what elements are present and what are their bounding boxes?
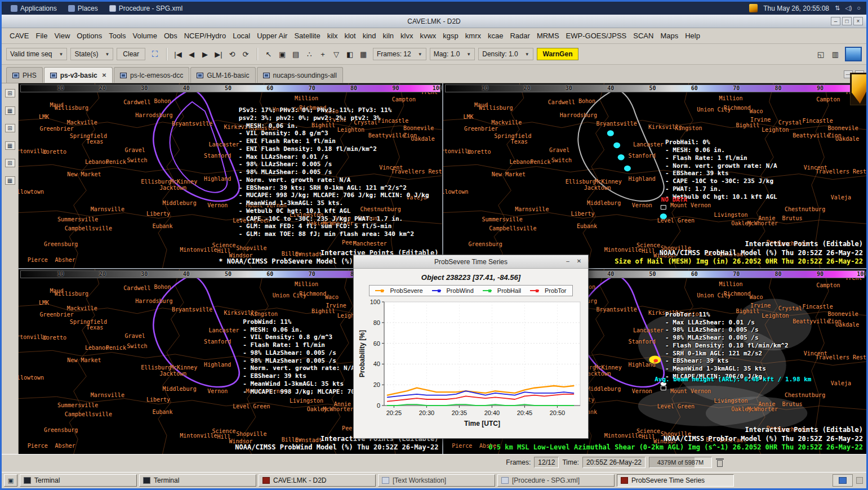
clip-tool-icon[interactable]: ⊞ [5,89,15,97]
menu-file[interactable]: File [32,29,51,42]
map-thumbnail[interactable] [845,47,862,61]
menu-help[interactable]: Help [682,29,704,42]
minimize-button[interactable]: – [831,17,840,25]
clear-button[interactable]: Clear [117,48,145,60]
menu-volume[interactable]: Volume [130,29,161,42]
clock[interactable]: Thu May 26, 20:55:08 [763,5,829,12]
window-titlebar[interactable]: CAVE:LMK - D2D – □ × [2,15,866,28]
two-panel-layout-icon[interactable]: ◧ [344,48,356,60]
cave-logo-icon[interactable] [749,4,758,12]
memory-gauge[interactable]: 4379M of 5987M [649,457,712,468]
perspective-icon[interactable]: ◱ [814,48,827,60]
desktop-menu-procedure-spg-xml[interactable]: Procedure - SPG.xml [104,5,188,12]
desktop-menu-applications[interactable]: Applications [5,5,63,12]
workspace-switcher[interactable] [833,474,853,487]
dialog-close-button[interactable]: ✕ [575,257,584,266]
close-tab-icon[interactable]: ✕ [102,72,106,78]
pointer-icon[interactable]: ↖ [262,48,275,60]
views-icon[interactable]: ▥ [829,48,842,60]
image-properties-icon[interactable]: ▣ [276,48,288,60]
menu-cave[interactable]: CAVE [6,29,32,42]
warngen-button[interactable]: WarnGen [537,48,579,60]
probsevere-time-series-dialog[interactable]: ProbSevere Time Series – ✕ Object 238223… [353,255,589,439]
states-dropdown[interactable]: State(s)▼ [70,48,113,60]
mag-dropdown[interactable]: Mag: 1.0▼ [430,48,475,60]
menu-klot[interactable]: klot [341,29,359,42]
density-dropdown[interactable]: Density: 1.0▼ [478,48,533,60]
map-label-switch: Switch [127,343,147,349]
maximize-button[interactable]: □ [842,17,852,25]
taskbar-button-procedure-spg-xml[interactable]: [Procedure - SPG.xml] [497,474,615,487]
menu-scan[interactable]: SCAN [630,29,657,42]
menu-view[interactable]: View [51,29,73,42]
tab-nucaps-soundings-all[interactable]: nucaps-soundings-all [257,67,343,83]
dialog-minimize-button[interactable]: – [563,257,572,266]
garbage-collect-icon[interactable] [715,457,724,467]
menu-kgsp[interactable]: kgsp [439,29,461,42]
menu-klvx[interactable]: klvx [397,29,416,42]
menu-local[interactable]: Local [229,29,253,42]
last-frame-icon[interactable]: ▶| [212,48,225,60]
panel-tool-icon[interactable]: ▦ [5,141,15,150]
clip-tool-icon[interactable]: ⊞ [5,124,15,132]
taskbar-button-terminal[interactable]: Terminal [139,474,256,487]
probability-colorbar: 102030405060708090100 [445,84,865,92]
menu-upper-air[interactable]: Upper Air [253,29,291,42]
map-label-marnsville: Marnsville [91,392,124,398]
menu-kind[interactable]: kind [359,29,380,42]
volume-icon[interactable]: ◁) [845,5,852,12]
loop-icon[interactable]: ⟲ [226,48,238,60]
menu-ncep-hydro[interactable]: NCEP/Hydro [181,29,229,42]
filter-icon[interactable]: ▽ [330,48,342,60]
network-icon[interactable]: ⇅ [835,5,840,12]
desktop-menu-places[interactable]: Places [63,5,104,12]
tab-ps-v3-basic[interactable]: ps-v3-basic✕ [44,67,113,83]
map-label-kingston: Kingston [251,310,278,317]
menu-kilx[interactable]: kilx [324,29,341,42]
taskbar-button-probsevere-time-series[interactable]: ProbSevere Time Series [617,474,734,487]
menu-maps[interactable]: Maps [657,29,682,42]
panel-tool-icon[interactable]: ▦ [5,106,15,115]
taskbar-button-text-workstation[interactable]: [Text Workstation] [378,474,495,487]
power-icon[interactable]: ○ [857,5,861,12]
step-forward-icon[interactable]: ▶ [199,48,211,60]
colorbar-tick: 10 [57,271,64,277]
menu-tools[interactable]: Tools [105,29,129,42]
menu-ewp-goes-jpss[interactable]: EWP-GOES/JPSS [563,29,630,42]
map-label-pierce: Pierce [28,443,48,449]
taskbar-button-cave-lmk-d2d[interactable]: CAVE:LMK - D2D [259,474,376,487]
step-back-icon[interactable]: ◀ [185,48,198,60]
menu-obs[interactable]: Obs [161,29,181,42]
panel-probhail[interactable]: LMKMaudWillisburgCardwellBohonKimbrellSl… [443,83,867,268]
menu-satellite[interactable]: Satellite [291,29,323,42]
close-button[interactable]: × [853,17,863,25]
menu-kcae[interactable]: kcae [484,29,506,42]
expand-panes-icon[interactable]: ⛶ [149,48,161,60]
menu-kiln[interactable]: kiln [380,29,398,42]
first-frame-icon[interactable]: |◀ [172,48,184,60]
menu-kmrx[interactable]: kmrx [462,29,484,42]
points-icon[interactable]: ∴ [303,48,315,60]
svg-text:20:25: 20:25 [386,409,402,416]
four-panel-layout-icon[interactable]: ▦ [357,48,370,60]
refresh-icon[interactable]: ⟳ [239,48,252,60]
show-desktop-button[interactable]: ▣ [4,474,17,487]
tab-phs[interactable]: PHS [6,67,43,83]
frames-dropdown[interactable]: Frames: 12▼ [373,48,426,60]
panel-tool-icon[interactable]: ▦ [5,176,15,185]
map-label-middleburg: Middleburg [587,385,621,391]
menu-mrms[interactable]: MRMS [533,29,563,42]
menu-options[interactable]: Options [73,29,105,42]
print-icon[interactable]: ▤ [290,48,302,60]
tab-ps-lc-emesos-dcc[interactable]: ps-lc-emesos-dcc [114,67,189,83]
panel-probsevere[interactable]: LMKMaudWillisburgCardwellBohonKimbrellSl… [19,83,442,268]
dialog-titlebar[interactable]: ProbSevere Time Series – ✕ [354,255,588,269]
sample-icon[interactable]: + [317,48,329,60]
menu-bar: CAVEFileViewOptionsToolsVolumeObsNCEP/Hy… [2,28,866,44]
menu-radar[interactable]: Radar [506,29,533,42]
valid-time-seq-dropdown[interactable]: Valid time seq▼ [6,48,67,60]
menu-kvwx[interactable]: kvwx [416,29,439,42]
tab-glm-16-basic[interactable]: GLM-16-basic [190,67,255,83]
taskbar-button-terminal[interactable]: Terminal [20,474,137,487]
clip-tool-icon[interactable]: ⊞ [5,159,15,167]
